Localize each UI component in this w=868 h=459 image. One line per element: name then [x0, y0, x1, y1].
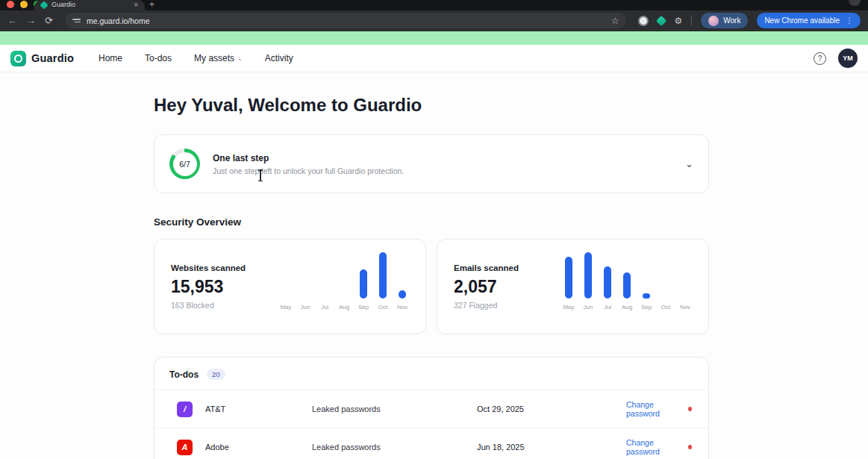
- browser-toolbar: ← → ⟳ me.guard.io/home ☆ ⚙ Work New Chro…: [0, 10, 868, 31]
- bar: [399, 290, 406, 299]
- chrome-update-button[interactable]: New Chrome available ⋮: [757, 13, 861, 28]
- adobe-icon: A: [177, 440, 193, 455]
- extensions-puzzle-icon[interactable]: ⚙: [674, 16, 682, 26]
- stat-sub: 163 Blocked: [171, 301, 246, 310]
- chart-column: Jul: [316, 299, 333, 310]
- websites-bar-chart: MayJunJulAugSepOctNov: [278, 252, 410, 321]
- month-label: Sep: [641, 304, 652, 310]
- chevron-down-icon[interactable]: ⌄: [685, 158, 693, 169]
- emails-bar-chart: MayJunJulAugSepOctNov: [561, 252, 693, 321]
- guardio-favicon: [40, 1, 48, 9]
- user-avatar[interactable]: YM: [838, 49, 858, 68]
- chart-column: Aug: [619, 272, 635, 310]
- chart-column: Jul: [599, 266, 616, 310]
- brand-name: Guardio: [31, 52, 74, 64]
- nav-links: Home To-dos My assets ⌄ Activity: [99, 53, 293, 63]
- bar: [604, 266, 611, 299]
- chart-column: Jun: [580, 252, 596, 310]
- tab-close-icon[interactable]: ×: [134, 1, 138, 9]
- tab-strip-overflow-button[interactable]: [849, 0, 861, 6]
- onboarding-subtitle: Just one step left to unlock your full G…: [213, 166, 404, 175]
- chart-column: May: [561, 257, 577, 310]
- month-label: Jun: [301, 304, 310, 310]
- change-password-link[interactable]: Change password: [626, 438, 675, 456]
- reload-icon[interactable]: ⟳: [45, 16, 53, 25]
- chart-column: May: [278, 299, 294, 310]
- month-label: Sep: [358, 304, 369, 310]
- att-icon: /: [177, 402, 193, 417]
- page-content: Hey Yuval, Welcome to Guardio 6/7 One la…: [0, 72, 868, 459]
- guardio-logo-icon: [10, 51, 26, 66]
- month-label: Aug: [339, 304, 349, 310]
- stat-value: 15,953: [171, 277, 246, 297]
- todo-issue: Leaked passwords: [312, 405, 477, 413]
- profile-button[interactable]: Work: [701, 13, 748, 28]
- month-label: Jun: [584, 304, 593, 310]
- close-window-button[interactable]: [7, 1, 14, 8]
- chart-column: Jun: [297, 299, 313, 310]
- month-label: Oct: [661, 304, 670, 310]
- chrome-update-label: New Chrome available: [764, 16, 840, 25]
- minimize-window-button[interactable]: [20, 1, 28, 8]
- todos-card: To-dos 20 / AT&T Leaked passwords Oct 29…: [154, 357, 709, 459]
- bar: [643, 293, 650, 299]
- extension-icon[interactable]: [638, 16, 649, 26]
- todo-date: Oct 29, 2025: [477, 405, 626, 413]
- todo-row[interactable]: A Adobe Leaked passwords Jun 18, 2025 Ch…: [154, 428, 708, 459]
- emails-scanned-card: Emails scanned 2,057 327 Flagged MayJunJ…: [437, 239, 709, 334]
- mouse-cursor: [260, 169, 261, 181]
- onboarding-card[interactable]: 6/7 One last step Just one step left to …: [154, 134, 709, 193]
- progress-ring: 6/7: [169, 149, 200, 179]
- new-tab-button[interactable]: +: [149, 0, 154, 10]
- help-icon[interactable]: ?: [814, 52, 826, 65]
- page-top-banner: [0, 31, 868, 45]
- onboarding-title: One last step: [213, 153, 404, 163]
- profile-label: Work: [723, 16, 740, 25]
- bookmark-star-icon[interactable]: ☆: [611, 16, 619, 26]
- browser-menu-icon[interactable]: ⋮: [846, 16, 853, 25]
- todos-count-badge: 20: [207, 369, 225, 380]
- nav-item-my-assets[interactable]: My assets ⌄: [194, 53, 243, 63]
- month-label: Aug: [622, 304, 632, 310]
- month-label: Jul: [321, 304, 328, 310]
- todo-name: AT&T: [205, 405, 225, 413]
- todo-issue: Leaked passwords: [312, 443, 477, 452]
- todo-date: Jun 18, 2025: [477, 443, 626, 452]
- month-label: Nov: [680, 304, 690, 310]
- nav-item-home[interactable]: Home: [99, 53, 122, 63]
- nav-item-activity[interactable]: Activity: [265, 53, 293, 63]
- section-heading-security: Security Overview: [154, 216, 709, 228]
- websites-scanned-card: Websites scanned 15,953 163 Blocked MayJ…: [154, 239, 426, 334]
- alert-dot: [688, 445, 692, 449]
- back-icon[interactable]: ←: [7, 16, 17, 25]
- chart-column: Nov: [394, 290, 410, 310]
- site-info-icon[interactable]: [72, 19, 81, 22]
- month-label: May: [563, 304, 574, 310]
- chevron-down-icon: ⌄: [237, 55, 243, 62]
- todo-row[interactable]: / AT&T Leaked passwords Oct 29, 2025 Cha…: [154, 390, 708, 428]
- chart-column: Aug: [336, 299, 352, 310]
- progress-label: 6/7: [173, 152, 197, 176]
- alert-dot: [688, 407, 692, 411]
- bar: [360, 269, 367, 299]
- guardio-brand[interactable]: Guardio: [10, 51, 74, 66]
- browser-tab[interactable]: Guardio ×: [34, 0, 145, 10]
- address-bar[interactable]: me.guard.io/home ☆: [65, 13, 627, 28]
- guardio-extension-icon[interactable]: [656, 15, 666, 25]
- url-text[interactable]: me.guard.io/home: [87, 16, 605, 25]
- bar: [623, 272, 631, 299]
- month-label: May: [280, 304, 291, 310]
- month-label: Oct: [378, 304, 387, 310]
- change-password-link[interactable]: Change password: [626, 400, 675, 418]
- stat-label: Emails scanned: [454, 263, 519, 272]
- stat-label: Websites scanned: [171, 263, 246, 272]
- month-label: Nov: [397, 304, 408, 310]
- forward-icon[interactable]: →: [26, 16, 36, 25]
- bar: [379, 252, 387, 299]
- nav-item-todos[interactable]: To-dos: [145, 53, 172, 63]
- stat-sub: 327 Flagged: [454, 301, 519, 310]
- todo-name: Adobe: [205, 443, 229, 452]
- chart-column: Sep: [638, 293, 655, 310]
- browser-tab-strip: Guardio × +: [0, 0, 868, 10]
- page-title: Hey Yuval, Welcome to Guardio: [154, 72, 709, 116]
